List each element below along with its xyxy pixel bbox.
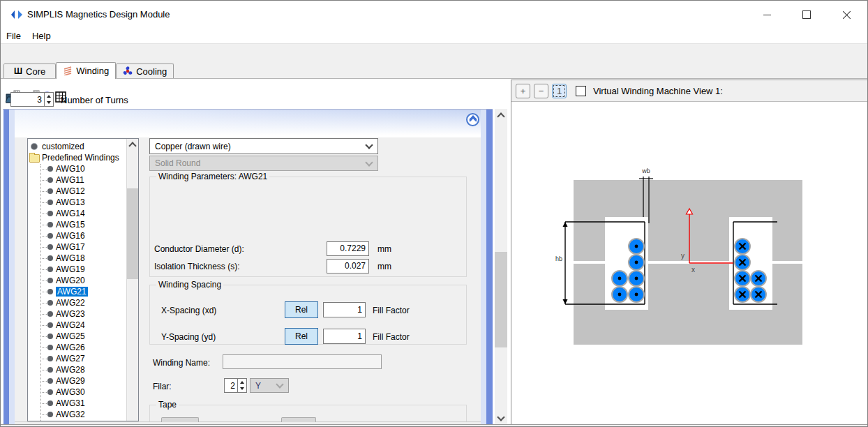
tape-partial-control[interactable] (161, 417, 199, 422)
tree-item-label: AWG29 (56, 376, 85, 386)
tree-item-awg15[interactable]: AWG15 (28, 219, 128, 230)
y-spacing-rel-button[interactable]: Rel (285, 328, 318, 345)
tab-cooling[interactable]: Cooling (116, 63, 174, 78)
winding-name-input[interactable] (223, 354, 382, 369)
tree-item-awg27[interactable]: AWG27 (28, 353, 128, 364)
tree-item-label: AWG16 (56, 231, 85, 241)
pane-scrollbar-thumb[interactable] (495, 252, 507, 347)
item-dot-icon (47, 200, 53, 205)
zoom-in-button[interactable]: + (516, 84, 530, 98)
tree-item-awg33[interactable]: AWG33 (28, 420, 128, 421)
tree-item-awg20[interactable]: AWG20 (28, 275, 128, 286)
chevron-down-icon (276, 380, 283, 388)
conductor-diameter-field[interactable]: 0.7229 (327, 241, 369, 256)
tree-item-awg31[interactable]: AWG31 (28, 398, 128, 409)
panel-left-bar-light (9, 110, 15, 427)
winding-spacing-title: Winding Spacing (156, 280, 223, 290)
collapse-panel-button[interactable] (466, 113, 479, 126)
stepper-up[interactable] (45, 93, 53, 100)
panel-header (15, 110, 481, 137)
tape-group-title: Tape (156, 400, 179, 410)
material-combobox[interactable]: Copper (drawn wire) (149, 138, 378, 154)
close-button[interactable] (831, 2, 862, 27)
tree-item-awg16[interactable]: AWG16 (28, 230, 128, 241)
tree-item-awg24[interactable]: AWG24 (28, 320, 128, 331)
tree-branch (40, 225, 47, 225)
zoom-out-button[interactable]: − (534, 84, 548, 98)
tree-item-awg10[interactable]: AWG10 (28, 163, 128, 174)
y-fill-factor-field[interactable]: 1 (323, 329, 366, 344)
isolation-thickness-unit: mm (377, 262, 391, 271)
tree-item-label: AWG13 (56, 197, 85, 207)
tree-branch (40, 191, 47, 192)
scroll-up-button[interactable] (495, 109, 507, 121)
tree-item-awg22[interactable]: AWG22 (28, 297, 128, 308)
panel-right-bar (486, 110, 493, 427)
tree-item-awg18[interactable]: AWG18 (28, 253, 128, 264)
tree-scrollbar-thumb[interactable] (127, 188, 138, 279)
tree-item-awg30[interactable]: AWG30 (28, 387, 128, 398)
filar-stepper[interactable] (238, 378, 247, 393)
tab-core[interactable]: Ш Core (3, 63, 56, 78)
item-dot-icon (47, 389, 53, 395)
tree-item-label: AWG32 (56, 410, 85, 419)
winding-tree[interactable]: customizedPredefined WindingsAWG10AWG11A… (27, 138, 139, 421)
view-toolbar: + − 1 Virtual Winding Machine View 1: (511, 80, 867, 102)
menu-help[interactable]: Help (27, 29, 57, 43)
menu-file[interactable]: File (1, 29, 27, 43)
tree-item-label: AWG28 (56, 365, 85, 375)
item-dot-icon (47, 300, 53, 306)
stepper-down[interactable] (238, 386, 246, 393)
wire-shape-combobox-value: Solid Round (155, 158, 200, 168)
stepper-up[interactable] (238, 379, 246, 386)
maximize-button[interactable] (791, 2, 822, 27)
x-axis-label: x (691, 266, 695, 274)
x-fill-factor-field[interactable]: 1 (323, 302, 366, 317)
tree-branch (40, 202, 47, 203)
tree-item-awg13[interactable]: AWG13 (28, 197, 128, 208)
tree-item-awg32[interactable]: AWG32 (28, 409, 128, 420)
tree-item-awg19[interactable]: AWG19 (28, 264, 128, 275)
isolation-thickness-field[interactable]: 0.027 (327, 259, 369, 274)
tree-item-awg26[interactable]: AWG26 (28, 342, 128, 353)
scroll-down-button[interactable] (495, 412, 507, 424)
tree-item-label: AWG20 (56, 276, 85, 285)
number-of-turns-stepper[interactable] (45, 92, 54, 107)
tree-branch (40, 258, 47, 259)
tree-branch (40, 403, 47, 404)
minimize-button[interactable] (751, 2, 783, 27)
tree-item-awg11[interactable]: AWG11 (28, 174, 128, 186)
tree-item-predefined-windings[interactable]: Predefined Windings (28, 152, 128, 163)
filar-count-input[interactable] (224, 378, 238, 393)
filar-direction-combobox[interactable]: Y (250, 378, 289, 393)
title-bar: SIMPLIS Magnetics Design Module (1, 1, 867, 29)
x-fill-factor-label: Fill Factor (373, 306, 410, 315)
tree-branch (40, 314, 47, 315)
tree-item-awg28[interactable]: AWG28 (28, 364, 128, 375)
window-bottom-edge (1, 424, 868, 427)
tab-winding[interactable]: Winding (56, 62, 116, 79)
tree-item-awg25[interactable]: AWG25 (28, 331, 128, 342)
tree-item-awg14[interactable]: AWG14 (28, 208, 128, 219)
material-combobox-value: Copper (drawn wire) (155, 142, 231, 151)
tree-item-awg23[interactable]: AWG23 (28, 308, 128, 320)
tree-item-awg17[interactable]: AWG17 (28, 241, 128, 253)
stepper-down[interactable] (45, 100, 53, 107)
tree-branch (40, 236, 47, 237)
zoom-one-to-one-button[interactable]: 1 (552, 84, 567, 98)
tree-item-awg29[interactable]: AWG29 (28, 375, 128, 387)
item-dot-icon (47, 233, 53, 239)
tree-item-awg12[interactable]: AWG12 (28, 186, 128, 197)
tree-item-customized[interactable]: customized (28, 141, 128, 152)
view-checkbox[interactable] (576, 86, 586, 96)
tree-item-awg21[interactable]: AWG21 (28, 286, 128, 297)
item-dot-icon (47, 356, 53, 361)
maximize-icon (802, 10, 811, 19)
number-of-turns-input[interactable] (10, 92, 45, 107)
x-spacing-label: X-Spacing (xd) (161, 306, 216, 315)
x-spacing-rel-button[interactable]: Rel (285, 301, 318, 318)
tree-scroll-up-button[interactable] (127, 139, 138, 150)
tree-scrollbar[interactable] (126, 139, 138, 421)
menu-bar: File Help (1, 29, 867, 44)
tape-partial-control[interactable] (281, 417, 316, 422)
